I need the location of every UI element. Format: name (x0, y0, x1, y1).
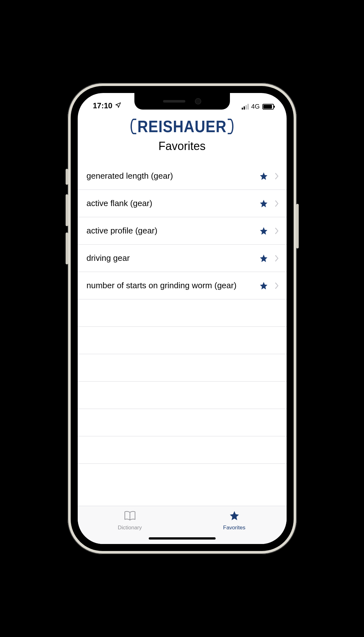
page-title: Favorites (78, 140, 287, 153)
list-item[interactable]: number of starts on grinding worm (gear) (78, 272, 287, 299)
list-item-empty: ... (78, 327, 287, 354)
list-item[interactable]: driving gear (78, 245, 287, 272)
status-right: 4G (242, 103, 274, 110)
star-icon[interactable] (259, 199, 268, 208)
chevron-right-icon (275, 173, 279, 180)
list-item-label: active profile (gear) (87, 225, 259, 236)
list-item-label: number of starts on grinding worm (gear) (87, 280, 259, 291)
phone-frame: 17:10 4G REISHAUER Favorites (68, 83, 297, 554)
star-icon (228, 510, 241, 523)
list-item-empty: ... (78, 299, 287, 327)
list-item-label: driving gear (87, 253, 259, 263)
star-icon[interactable] (259, 254, 268, 263)
battery-icon (262, 104, 274, 110)
network-label: 4G (251, 103, 260, 110)
status-time: 17:10 (93, 101, 112, 110)
screen: 17:10 4G REISHAUER Favorites (78, 93, 287, 544)
book-icon (124, 510, 136, 523)
chevron-right-icon (275, 255, 279, 262)
location-icon (115, 101, 121, 110)
chevron-right-icon (275, 200, 279, 207)
tab-favorites[interactable]: Favorites (182, 506, 287, 535)
tab-label: Dictionary (118, 525, 142, 531)
home-indicator[interactable] (149, 537, 216, 540)
list-item[interactable]: active flank (gear) (78, 190, 287, 217)
star-icon[interactable] (259, 281, 268, 290)
star-icon[interactable] (259, 172, 268, 181)
side-button-power (296, 204, 299, 248)
side-button-volume-down (66, 233, 68, 264)
app-header: REISHAUER Favorites (78, 111, 287, 158)
brand-logo: REISHAUER (132, 117, 232, 136)
chevron-right-icon (275, 227, 279, 234)
phone-bezel: 17:10 4G REISHAUER Favorites (71, 86, 294, 551)
side-button-silence (66, 169, 68, 185)
signal-icon (242, 104, 249, 110)
list-item-empty: ... (78, 409, 287, 436)
notch (134, 93, 230, 110)
tab-label: Favorites (223, 525, 246, 531)
favorites-list: generated length (gear) active flank (ge… (78, 158, 287, 506)
chevron-right-icon (275, 282, 279, 289)
list-item-label: active flank (gear) (87, 198, 259, 209)
status-left: 17:10 (93, 101, 121, 110)
list-item-label: generated length (gear) (87, 171, 259, 181)
tab-dictionary[interactable]: Dictionary (78, 506, 182, 535)
star-icon[interactable] (259, 226, 268, 235)
list-item-empty: ... (78, 436, 287, 464)
list-item-empty: ... (78, 382, 287, 409)
list-item-empty: ... (78, 354, 287, 382)
side-button-volume-up (66, 194, 68, 226)
list-item[interactable]: active profile (gear) (78, 217, 287, 245)
list-item[interactable]: generated length (gear) (78, 162, 287, 190)
